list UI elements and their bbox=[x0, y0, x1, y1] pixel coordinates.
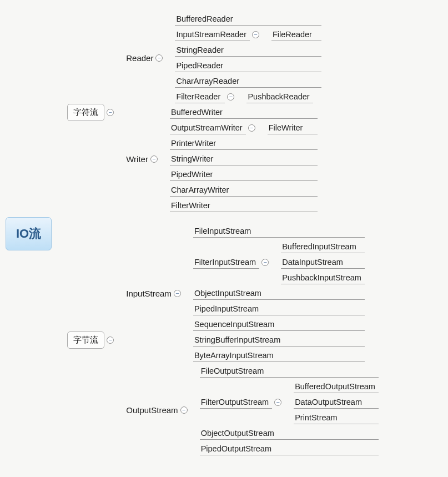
byte-stream-node[interactable]: 字节流 bbox=[67, 332, 104, 349]
connector bbox=[116, 223, 126, 456]
leaf-bufferedinputstream[interactable]: BufferedInputStream bbox=[281, 240, 365, 253]
collapse-icon[interactable]: − bbox=[180, 406, 188, 414]
collapse-icon[interactable]: − bbox=[252, 31, 259, 38]
leaf-dataoutputstream[interactable]: DataOutputStream bbox=[294, 396, 379, 409]
inputstream-node[interactable]: InputStream bbox=[126, 288, 172, 299]
leaf-bufferedwriter[interactable]: BufferedWriter bbox=[170, 106, 318, 119]
leaf-pushbackinputstream[interactable]: PushbackInputStream bbox=[281, 272, 365, 284]
leaf-bytearrayinputstream[interactable]: ByteArrayInputStream bbox=[193, 349, 365, 362]
leaf-bufferedoutputstream[interactable]: BufferedOutputStream bbox=[294, 380, 379, 393]
collapse-icon[interactable]: − bbox=[155, 54, 163, 62]
leaf-filewriter[interactable]: FileWriter bbox=[268, 122, 318, 134]
char-stream-node[interactable]: 字符流 bbox=[67, 104, 104, 121]
leaf-filterinputstream[interactable]: FilterInputStream bbox=[193, 256, 259, 269]
collapse-icon[interactable]: − bbox=[261, 259, 269, 266]
leaf-pipedoutputstream[interactable]: PipedOutputStream bbox=[200, 443, 379, 455]
char-stream-branch: 字符流 − Reader − BufferedReader InputStrea bbox=[67, 11, 379, 213]
mindmap-root: IO流 字符流 − Reader − BufferedReader bbox=[6, 11, 442, 456]
collapse-icon[interactable]: − bbox=[274, 399, 281, 406]
collapse-icon[interactable]: − bbox=[227, 93, 234, 101]
leaf-stringwriter[interactable]: StringWriter bbox=[170, 153, 318, 165]
collapse-icon[interactable]: − bbox=[248, 124, 255, 132]
leaf-filterreader[interactable]: FilterReader bbox=[175, 91, 225, 103]
connector bbox=[258, 120, 268, 135]
leaf-objectinputstream[interactable]: ObjectInputStream bbox=[193, 287, 365, 300]
leaf-chararraywriter[interactable]: CharArrayWriter bbox=[170, 184, 318, 197]
leaf-pipedreader[interactable]: PipedReader bbox=[175, 59, 321, 72]
connector bbox=[261, 27, 271, 42]
outputstream-branch: OutputStream − FileOutputStream FilterOu… bbox=[126, 363, 379, 456]
leaf-objectoutputstream[interactable]: ObjectOutputStream bbox=[200, 427, 379, 440]
leaf-stringreader[interactable]: StringReader bbox=[175, 44, 321, 57]
leaf-filereader[interactable]: FileReader bbox=[271, 28, 321, 41]
leaf-fileinputstream[interactable]: FileInputStream bbox=[193, 225, 365, 238]
root-node[interactable]: IO流 bbox=[6, 217, 52, 250]
byte-stream-branch: 字节流 − InputStream − FileInputStream Filt bbox=[67, 223, 379, 456]
leaf-datainputstream[interactable]: DataInputStream bbox=[281, 256, 365, 269]
connector bbox=[165, 11, 175, 104]
leaf-pipedwriter[interactable]: PipedWriter bbox=[170, 168, 318, 181]
connector bbox=[52, 11, 67, 456]
leaf-fileoutputstream[interactable]: FileOutputStream bbox=[200, 365, 379, 378]
outputstream-node[interactable]: OutputStream bbox=[126, 404, 178, 416]
leaf-filteroutputstream[interactable]: FilterOutputStream bbox=[200, 396, 273, 409]
connector bbox=[236, 89, 246, 104]
leaf-printstream[interactable]: PrintStream bbox=[294, 411, 379, 424]
writer-node[interactable]: Writer bbox=[126, 153, 148, 165]
leaf-stringbufferinputstream[interactable]: StringBufferInputStream bbox=[193, 334, 365, 347]
connector bbox=[160, 104, 170, 213]
connector bbox=[190, 363, 200, 456]
connector bbox=[116, 11, 126, 213]
leaf-chararrayreader[interactable]: CharArrayReader bbox=[175, 75, 321, 88]
inputstream-branch: InputStream − FileInputStream FilterInpu… bbox=[126, 223, 379, 363]
collapse-icon[interactable]: − bbox=[174, 290, 181, 297]
leaf-outputstreamwriter[interactable]: OutputStreamWriter bbox=[170, 122, 246, 134]
leaf-inputstreamreader[interactable]: InputStreamReader bbox=[175, 28, 250, 41]
collapse-icon[interactable]: − bbox=[107, 337, 114, 344]
collapse-icon[interactable]: − bbox=[150, 155, 158, 163]
connector bbox=[271, 239, 281, 285]
leaf-printerwriter[interactable]: PrinterWriter bbox=[170, 137, 318, 150]
reader-branch: Reader − BufferedReader InputStreamReade… bbox=[126, 11, 321, 104]
leaf-pushbackreader[interactable]: PushbackReader bbox=[246, 91, 313, 103]
writer-branch: Writer − BufferedWriter OutputStreamWrit… bbox=[126, 104, 321, 213]
connector bbox=[284, 379, 294, 425]
leaf-sequenceinputstream[interactable]: SequenceInputStream bbox=[193, 318, 365, 331]
leaf-filterwriter[interactable]: FilterWriter bbox=[170, 199, 318, 212]
leaf-pipedinputstream[interactable]: PipedInputStream bbox=[193, 303, 365, 315]
reader-node[interactable]: Reader bbox=[126, 52, 153, 64]
leaf-bufferedreader[interactable]: BufferedReader bbox=[175, 13, 321, 26]
collapse-icon[interactable]: − bbox=[107, 109, 114, 116]
connector bbox=[183, 223, 193, 363]
